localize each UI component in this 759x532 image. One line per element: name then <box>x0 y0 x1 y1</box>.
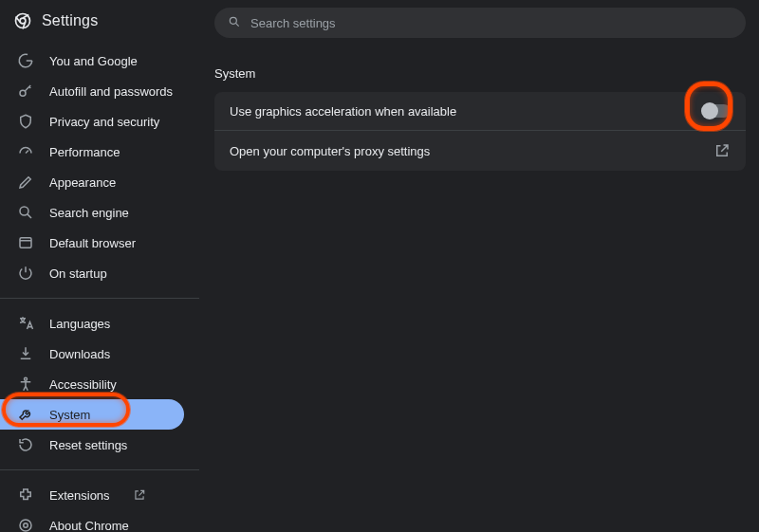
accessibility-icon <box>17 376 34 393</box>
main-content: System Use graphics acceleration when av… <box>199 0 759 532</box>
sidebar-item-label: Languages <box>49 317 110 331</box>
chrome-icon <box>13 11 32 30</box>
row-label: Open your computer's proxy settings <box>230 144 430 158</box>
sidebar-item-privacy[interactable]: Privacy and security <box>0 106 199 137</box>
sidebar-item-autofill[interactable]: Autofill and passwords <box>0 76 199 106</box>
system-card: Use graphics acceleration when available… <box>214 92 746 171</box>
row-label: Use graphics acceleration when available <box>230 104 456 119</box>
search-icon <box>228 15 241 31</box>
external-link-icon <box>133 488 146 502</box>
sidebar-item-you-and-google[interactable]: You and Google <box>0 46 199 76</box>
svg-point-7 <box>24 523 28 528</box>
sidebar-item-search-engine[interactable]: Search engine <box>0 197 199 228</box>
sidebar-item-label: System <box>49 408 90 422</box>
graphics-acceleration-toggle[interactable] <box>702 104 731 118</box>
svg-rect-4 <box>20 238 31 248</box>
sidebar-item-languages[interactable]: Languages <box>0 308 199 339</box>
nav-separator <box>0 298 199 299</box>
sidebar-item-system[interactable]: System <box>0 399 184 430</box>
settings-title: Settings <box>42 12 98 29</box>
wrench-icon <box>17 406 34 423</box>
key-icon <box>17 83 34 100</box>
extension-icon <box>17 486 34 504</box>
sidebar-item-label: Performance <box>49 145 120 159</box>
reset-icon <box>17 436 34 453</box>
speedometer-icon <box>17 143 34 160</box>
power-icon <box>17 265 34 282</box>
sidebar-item-label: Accessibility <box>49 377 117 392</box>
sidebar-item-about[interactable]: About Chrome <box>0 510 199 532</box>
row-graphics-acceleration[interactable]: Use graphics acceleration when available <box>214 92 746 130</box>
sidebar-item-label: Reset settings <box>49 438 127 452</box>
sidebar: Settings You and Google Autofill and pas… <box>0 0 199 532</box>
google-g-icon <box>17 52 34 69</box>
sidebar-item-label: Search engine <box>49 206 129 220</box>
svg-point-8 <box>230 17 236 24</box>
section-title: System <box>214 66 746 81</box>
sidebar-item-label: You and Google <box>49 54 138 68</box>
sidebar-item-label: On startup <box>49 266 107 281</box>
sidebar-item-label: Default browser <box>49 236 136 250</box>
sidebar-item-appearance[interactable]: Appearance <box>0 167 199 197</box>
sidebar-item-label: Privacy and security <box>49 115 159 129</box>
settings-header: Settings <box>0 0 199 44</box>
row-proxy-settings[interactable]: Open your computer's proxy settings <box>214 130 746 171</box>
sidebar-item-accessibility[interactable]: Accessibility <box>0 369 199 399</box>
search-bar[interactable] <box>214 8 746 38</box>
nav: You and Google Autofill and passwords Pr… <box>0 44 199 532</box>
sidebar-item-downloads[interactable]: Downloads <box>0 339 199 369</box>
chrome-outline-icon <box>17 517 34 532</box>
sidebar-item-extensions[interactable]: Extensions <box>0 480 199 510</box>
sidebar-item-label: Autofill and passwords <box>49 84 173 99</box>
sidebar-item-on-startup[interactable]: On startup <box>0 258 199 288</box>
download-icon <box>17 345 34 362</box>
sidebar-item-default-browser[interactable]: Default browser <box>0 228 199 258</box>
svg-point-2 <box>20 90 26 96</box>
sidebar-item-label: Downloads <box>49 347 110 361</box>
sidebar-item-label: Appearance <box>49 175 116 190</box>
nav-separator <box>0 469 199 470</box>
translate-icon <box>17 315 34 332</box>
svg-point-3 <box>20 207 28 215</box>
browser-icon <box>17 234 34 251</box>
sidebar-item-reset[interactable]: Reset settings <box>0 430 199 460</box>
search-icon <box>17 204 34 221</box>
external-link-icon <box>713 142 731 159</box>
svg-point-6 <box>20 520 31 531</box>
pencil-icon <box>17 174 34 191</box>
toggle-knob <box>701 102 718 119</box>
svg-point-5 <box>25 377 28 380</box>
sidebar-item-label: About Chrome <box>49 519 129 533</box>
sidebar-item-label: Extensions <box>49 488 110 503</box>
shield-icon <box>17 113 34 130</box>
search-input[interactable] <box>250 16 732 30</box>
sidebar-item-performance[interactable]: Performance <box>0 137 199 167</box>
